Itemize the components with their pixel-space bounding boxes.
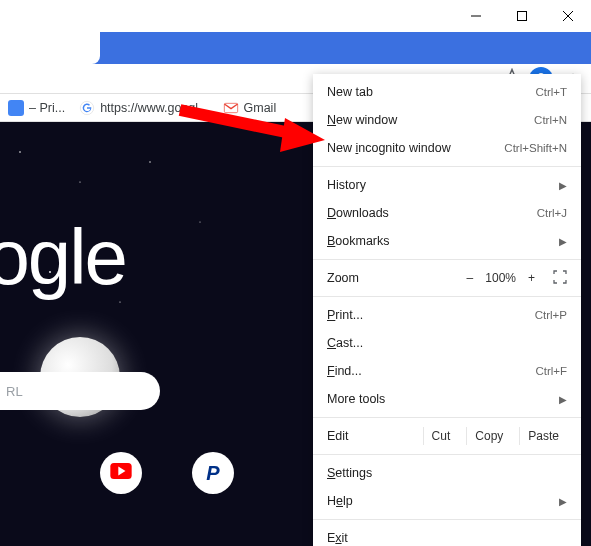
submenu-arrow-icon: ▶ [559,394,567,405]
menu-item-label: New incognito window [327,141,496,155]
menu-edit-row: Edit Cut Copy Paste [313,422,581,450]
submenu-arrow-icon: ▶ [559,236,567,247]
menu-item-label: Edit [327,429,415,443]
menu-item-label: New tab [327,85,527,99]
bookmark-item-gmail[interactable]: Gmail [223,100,277,116]
fullscreen-icon[interactable] [553,270,567,287]
menu-history[interactable]: History ▶ [313,171,581,199]
minimize-button[interactable] [453,0,499,32]
youtube-icon [110,463,132,483]
bookmark-item-google[interactable]: https://www.googl... [79,100,208,116]
menu-downloads[interactable]: Downloads Ctrl+J [313,199,581,227]
menu-item-label: Bookmarks [327,234,551,248]
menu-item-label: New window [327,113,526,127]
menu-separator [313,519,581,520]
menu-more-tools[interactable]: More tools ▶ [313,385,581,413]
menu-new-incognito[interactable]: New incognito window Ctrl+Shift+N [313,134,581,162]
google-logo: oogle [0,212,126,303]
menu-separator [313,166,581,167]
menu-item-label: Zoom [327,271,459,285]
menu-find[interactable]: Find... Ctrl+F [313,357,581,385]
maximize-button[interactable] [499,0,545,32]
menu-new-tab[interactable]: New tab Ctrl+T [313,78,581,106]
menu-shortcut: Ctrl+P [535,309,567,321]
menu-item-label: History [327,178,551,192]
menu-help[interactable]: Help ▶ [313,487,581,515]
menu-cast[interactable]: Cast... [313,329,581,357]
menu-separator [313,417,581,418]
edit-paste-button[interactable]: Paste [519,427,567,445]
menu-item-label: Settings [327,466,567,480]
menu-item-label: Exit [327,531,567,545]
menu-separator [313,454,581,455]
window-titlebar [0,0,591,32]
menu-shortcut: Ctrl+J [537,207,567,219]
edit-copy-button[interactable]: Copy [466,427,511,445]
search-placeholder: RL [6,384,23,399]
menu-separator [313,259,581,260]
shortcut-paypal[interactable]: P [192,452,234,494]
menu-item-label: Cast... [327,336,567,350]
menu-shortcut: Ctrl+F [535,365,567,377]
google-search-input[interactable]: RL [0,372,160,410]
zoom-out-button[interactable]: – [467,271,474,285]
menu-new-window[interactable]: New window Ctrl+N [313,106,581,134]
submenu-arrow-icon: ▶ [559,496,567,507]
svg-rect-1 [518,12,527,21]
edit-cut-button[interactable]: Cut [423,427,459,445]
menu-item-label: Print... [327,308,527,322]
menu-zoom: Zoom – 100% + [313,264,581,292]
tab-strip[interactable] [0,32,591,64]
bookmark-label: Gmail [244,101,277,115]
menu-shortcut: Ctrl+T [535,86,567,98]
close-button[interactable] [545,0,591,32]
submenu-arrow-icon: ▶ [559,180,567,191]
menu-shortcut: Ctrl+N [534,114,567,126]
bookmark-item-pri[interactable]: – Pri... [8,100,65,116]
gmail-favicon-icon [223,100,239,116]
menu-print[interactable]: Print... Ctrl+P [313,301,581,329]
menu-item-label: Find... [327,364,527,378]
shortcuts-row: P [100,452,234,494]
zoom-in-button[interactable]: + [528,271,535,285]
menu-shortcut: Ctrl+Shift+N [504,142,567,154]
shortcut-youtube[interactable] [100,452,142,494]
menu-exit[interactable]: Exit [313,524,581,546]
favicon-icon [8,100,24,116]
bookmark-label: – Pri... [29,101,65,115]
menu-settings[interactable]: Settings [313,459,581,487]
bookmark-label: https://www.googl... [100,101,208,115]
chrome-menu: New tab Ctrl+T New window Ctrl+N New inc… [313,74,581,546]
menu-bookmarks[interactable]: Bookmarks ▶ [313,227,581,255]
menu-item-label: More tools [327,392,551,406]
google-favicon-icon [79,100,95,116]
paypal-icon: P [206,462,219,485]
menu-item-label: Help [327,494,551,508]
menu-item-label: Downloads [327,206,529,220]
menu-separator [313,296,581,297]
zoom-value: 100% [485,271,516,285]
